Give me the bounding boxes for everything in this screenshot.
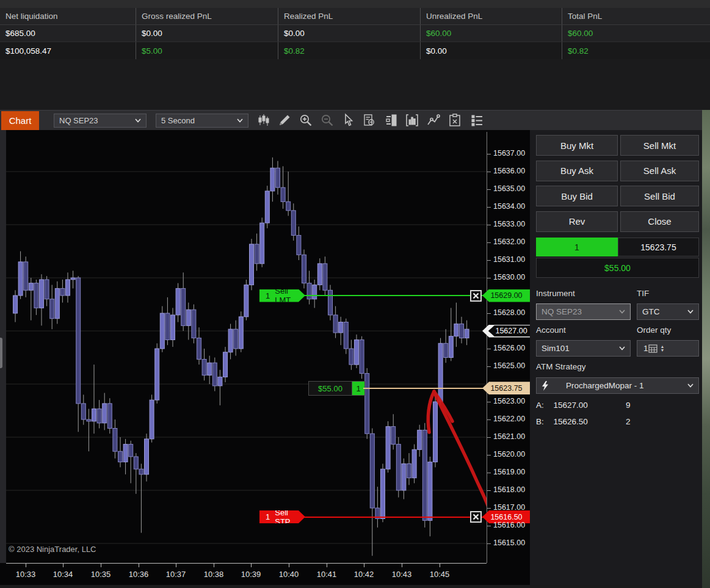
time-axis-tick xyxy=(402,564,402,567)
candle-body xyxy=(103,404,107,423)
candle-body xyxy=(234,329,238,349)
price-axis-label: 15628.00 xyxy=(493,308,525,317)
price-axis-tick xyxy=(487,526,491,526)
tif-dropdown[interactable]: GTC xyxy=(637,303,699,320)
time-axis-label: 10:41 xyxy=(317,570,337,579)
time-axis-tick xyxy=(101,564,101,567)
account-dropdown[interactable]: Sim101 xyxy=(536,340,631,357)
close-button[interactable]: Close xyxy=(620,211,699,232)
order-qty-input[interactable]: 1 ▲▼ xyxy=(637,340,699,357)
buy-mkt-button[interactable]: Buy Mkt xyxy=(536,135,618,156)
chart-plot-area[interactable]: 1 Sell LMT $55.00 1 1 Sell STP xyxy=(6,132,487,563)
cancel-limit-order-icon[interactable] xyxy=(470,290,482,302)
sell-limit-order-line[interactable] xyxy=(304,295,487,296)
pnl-column-header: Total PnL xyxy=(562,8,710,24)
drawing-line-icon[interactable] xyxy=(426,112,441,128)
candle-body xyxy=(449,336,453,358)
candle-body xyxy=(313,285,317,299)
candle-body xyxy=(402,464,406,491)
candle-body xyxy=(134,457,138,469)
candle-body xyxy=(339,322,343,333)
chevron-down-icon xyxy=(619,346,625,350)
zoom-out-icon[interactable] xyxy=(319,112,335,128)
pnl-cell: $100,058.47 xyxy=(0,42,136,59)
sell-mkt-button[interactable]: Sell Mkt xyxy=(620,135,699,156)
price-axis-label: 15621.00 xyxy=(493,432,525,441)
time-axis-line xyxy=(6,563,487,564)
rev-button[interactable]: Rev xyxy=(536,211,618,232)
price-axis-tick xyxy=(487,260,491,261)
pnl-table-row: $100,058.47$5.00$0.82$0.00$0.82 xyxy=(0,42,710,59)
calculator-icon[interactable] xyxy=(648,344,657,353)
time-axis-label: 10:40 xyxy=(279,570,299,579)
strategies-icon[interactable] xyxy=(447,112,463,128)
zoom-in-icon[interactable] xyxy=(298,112,314,128)
time-axis-label: 10:36 xyxy=(129,570,149,579)
position-entry-price-cell: 15623.75 xyxy=(618,238,699,256)
time-axis-label: 10:43 xyxy=(392,570,412,579)
time-axis-tick xyxy=(327,564,327,567)
sell-bid-button[interactable]: Sell Bid xyxy=(620,186,699,206)
order-qty: 1 xyxy=(266,291,270,300)
interval-dropdown[interactable]: 5 Second xyxy=(156,114,248,128)
cursor-icon[interactable] xyxy=(340,112,356,128)
candle-body xyxy=(370,434,374,508)
candle-body xyxy=(107,404,112,429)
bid-size: 2 xyxy=(626,417,631,426)
sell-stop-order-line[interactable] xyxy=(304,517,487,518)
instrument-dropdown[interactable]: NQ SEP23 xyxy=(54,114,147,128)
pencil-draw-icon[interactable] xyxy=(277,112,292,128)
time-axis-tick xyxy=(214,564,214,567)
position-entry-line xyxy=(363,388,487,389)
candle-body xyxy=(118,451,123,462)
sell-limit-order-tag[interactable]: 1 Sell LMT xyxy=(259,289,305,302)
price-axis-label: 15616.00 xyxy=(493,521,525,529)
chart-tab[interactable]: Chart xyxy=(1,111,39,130)
candle-body xyxy=(160,313,164,349)
candle-body xyxy=(323,264,327,291)
price-axis-tick xyxy=(487,402,491,402)
candle-body xyxy=(270,168,275,191)
candle-body xyxy=(97,409,101,423)
buy-bid-button[interactable]: Buy Bid xyxy=(536,186,618,206)
price-axis-label: 15637.00 xyxy=(493,149,525,158)
data-box-icon[interactable] xyxy=(361,112,377,128)
properties-list-icon[interactable] xyxy=(469,112,485,128)
price-axis-label: 15625.00 xyxy=(493,361,525,370)
sell-ask-button[interactable]: Sell Ask xyxy=(620,161,699,181)
qty-spinner[interactable]: ▲▼ xyxy=(661,345,665,352)
candle-body xyxy=(438,343,443,402)
chart-style-icon[interactable] xyxy=(256,112,272,128)
panel-grip-handle[interactable] xyxy=(0,338,2,368)
candle-body xyxy=(66,280,70,296)
price-axis[interactable]: 15629.00 15627.00 15623.75 15616.50 1563… xyxy=(487,132,530,563)
indicators-icon[interactable] xyxy=(404,112,420,128)
candle-body xyxy=(391,427,396,445)
atm-strategy-dropdown[interactable]: ProchargedMopar - 1 xyxy=(536,377,699,394)
candle-body xyxy=(239,317,243,349)
sell-stop-order-tag[interactable]: 1 Sell STP xyxy=(259,510,305,523)
buy-ask-button[interactable]: Buy Ask xyxy=(536,161,618,181)
instrument-label: Instrument xyxy=(536,289,575,298)
candle-body xyxy=(212,363,217,386)
pnl-column-header: Unrealized PnL xyxy=(420,8,562,24)
chart-trader-panel-icon[interactable] xyxy=(383,112,399,128)
candle-body xyxy=(176,288,180,315)
unrealized-pnl-cell: $55.00 xyxy=(536,258,699,278)
cancel-stop-order-icon[interactable] xyxy=(470,511,482,523)
candle-body xyxy=(255,244,259,264)
price-axis-tick xyxy=(487,189,491,190)
candle-body xyxy=(317,264,322,285)
position-marker: $55.00 1 xyxy=(308,381,365,396)
copyright-text: © 2023 NinjaTrader, LLC xyxy=(9,545,96,554)
candle-body xyxy=(192,310,196,338)
candle-body xyxy=(113,429,117,452)
time-axis[interactable]: 10:3310:3410:3510:3610:3710:3810:3910:40… xyxy=(0,563,530,585)
chevron-down-icon xyxy=(687,310,694,314)
candle-body xyxy=(223,352,228,377)
price-axis-label: 15626.00 xyxy=(493,344,525,352)
price-axis-label: 15623.00 xyxy=(493,397,525,405)
candle-body xyxy=(81,404,85,419)
price-axis-tick xyxy=(487,543,491,544)
ask-size: 9 xyxy=(626,401,631,410)
